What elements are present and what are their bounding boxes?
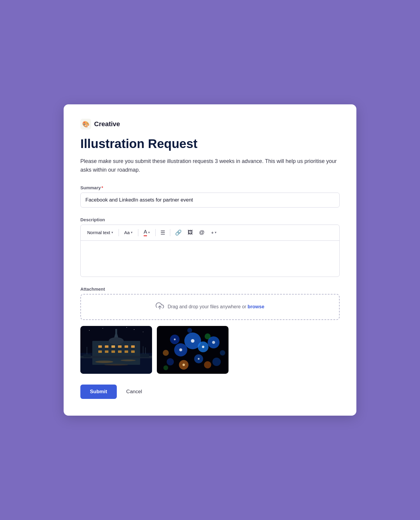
form-card: 🎨 Creative Illustration Request Please m… (64, 104, 356, 416)
svg-rect-12 (131, 345, 135, 348)
chevron-down-icon-2: ▾ (131, 231, 133, 234)
toolbar-divider-3 (155, 229, 156, 236)
drop-zone-text: Drag and drop your files anywhere or bro… (168, 304, 264, 309)
page-description: Please make sure you submit these illust… (80, 157, 340, 174)
summary-label: Summary* (80, 185, 340, 190)
svg-rect-8 (105, 345, 108, 348)
cancel-button[interactable]: Cancel (122, 385, 147, 399)
svg-rect-17 (125, 350, 128, 353)
link-icon: 🔗 (175, 229, 182, 236)
svg-point-54 (187, 328, 192, 333)
font-size-dropdown[interactable]: Aa ▾ (121, 228, 136, 237)
chevron-down-icon: ▾ (111, 231, 113, 234)
brand-icon: 🎨 (80, 119, 91, 129)
svg-point-44 (163, 350, 169, 356)
svg-rect-13 (98, 350, 102, 353)
svg-point-31 (143, 332, 143, 332)
svg-point-22 (104, 364, 128, 366)
description-label: Description (80, 217, 340, 222)
page-background: 🎨 Creative Illustration Request Please m… (0, 0, 420, 520)
list-icon: ☰ (160, 229, 165, 236)
image-icon: 🖼 (188, 229, 193, 236)
svg-point-50 (212, 341, 215, 344)
svg-rect-15 (111, 350, 115, 353)
svg-point-55 (220, 350, 225, 356)
svg-point-47 (191, 339, 194, 343)
at-icon: @ (199, 229, 204, 236)
svg-rect-10 (118, 345, 122, 348)
summary-input[interactable] (80, 193, 340, 208)
drop-zone[interactable]: Drag and drop your files anywhere or bro… (80, 294, 340, 320)
svg-point-53 (183, 364, 185, 366)
svg-point-51 (174, 338, 176, 340)
toolbar-divider-2 (138, 229, 138, 236)
upload-cloud-icon (156, 302, 164, 312)
action-row: Submit Cancel (80, 385, 340, 399)
required-indicator: * (101, 185, 103, 190)
svg-point-52 (198, 358, 200, 360)
font-color-icon: A (144, 229, 147, 236)
svg-point-29 (102, 328, 103, 329)
svg-rect-11 (125, 345, 128, 348)
preview-image-harbor (80, 326, 152, 374)
chevron-down-icon-4: ▾ (215, 231, 217, 234)
toolbar-divider-1 (119, 229, 119, 236)
page-title: Illustration Request (80, 137, 340, 151)
browse-link[interactable]: browse (248, 304, 264, 309)
svg-rect-7 (98, 345, 102, 348)
color-picker-dropdown[interactable]: A ▾ (141, 227, 153, 238)
text-style-dropdown[interactable]: Normal text ▾ (84, 228, 116, 237)
svg-rect-24 (140, 354, 149, 357)
more-options-dropdown[interactable]: + ▾ (208, 228, 220, 237)
svg-point-45 (205, 333, 211, 339)
editor-content[interactable] (81, 241, 339, 277)
svg-point-43 (204, 361, 211, 368)
svg-rect-23 (83, 354, 91, 357)
svg-rect-14 (105, 350, 108, 353)
svg-point-21 (121, 359, 136, 361)
svg-point-30 (134, 329, 134, 330)
svg-point-32 (126, 327, 127, 328)
brand-name: Creative (94, 120, 120, 128)
bullet-list-button[interactable]: ☰ (158, 228, 168, 238)
svg-point-49 (202, 346, 204, 348)
description-field: Description Normal text ▾ Aa ▾ A (80, 217, 340, 277)
summary-field: Summary* (80, 185, 340, 217)
preview-image-bokeh (157, 326, 229, 374)
brand-row: 🎨 Creative (80, 119, 340, 129)
description-editor: Normal text ▾ Aa ▾ A ▾ ☰ (80, 225, 340, 277)
svg-point-41 (212, 358, 221, 366)
mention-button[interactable]: @ (197, 228, 207, 237)
svg-point-40 (167, 358, 174, 365)
svg-point-46 (163, 365, 168, 370)
svg-point-28 (89, 330, 90, 331)
toolbar-divider-4 (170, 229, 170, 236)
svg-point-48 (179, 348, 182, 351)
chevron-down-icon-3: ▾ (148, 231, 150, 234)
attachment-label: Attachment (80, 286, 340, 292)
svg-rect-16 (118, 350, 122, 353)
plus-icon: + (211, 230, 214, 235)
svg-point-6 (109, 337, 124, 344)
svg-rect-18 (131, 350, 135, 353)
svg-point-20 (95, 361, 113, 363)
link-button[interactable]: 🔗 (173, 228, 184, 238)
svg-rect-9 (111, 345, 115, 348)
editor-toolbar: Normal text ▾ Aa ▾ A ▾ ☰ (81, 225, 339, 241)
submit-button[interactable]: Submit (80, 385, 117, 399)
image-previews (80, 326, 340, 374)
image-button[interactable]: 🖼 (185, 228, 195, 237)
attachment-section: Attachment Drag and drop your files anyw… (80, 286, 340, 374)
